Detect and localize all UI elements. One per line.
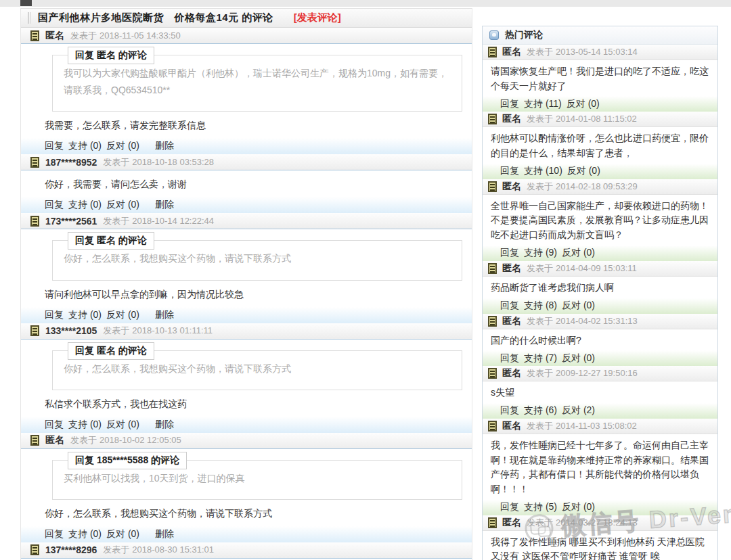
document-avatar-icon [488,421,497,431]
reply-link[interactable]: 回复 [45,419,64,431]
comment-text: 我得了发作性睡病 哪里买不到利他林药 天津总医院又没有 这医保不管咋呀好痛苦 谁… [491,535,709,560]
page-body: 国产利他林片多地医院断货 价格每盒14元 的评论 [发表评论] 匿名 发表于20… [0,7,731,560]
reply-link[interactable]: 回复 [500,165,519,177]
reply-link[interactable]: 回复 [45,309,64,321]
comment-text: 请问利他林可以早点拿的到嘛，因为情况比较急 [45,287,462,302]
reply-link[interactable]: 回复 [45,199,64,211]
comment-timestamp: 发表于2014-04-02 15:31:13 [527,315,638,327]
oppose-link[interactable]: 反对 (2) [562,404,595,417]
reply-quote-text: 你好，怎么联系，我想购买这个药物，请说下联系方式 [64,250,451,267]
reply-quote: 回复 匿名 的评论 你好，怎么联系，我想购买这个药物，请说下联系方式 [52,350,462,390]
document-avatar-icon [488,263,497,274]
reply-quote: 回复 匿名 的评论 我可以为大家代购盐酸哌甲酯片（利他林），瑞士诺华公司生产，规… [52,55,462,112]
comment-author: 匿名 [502,113,521,125]
comment-item: 187****8952 发表于2018-10-18 03:53:28 你好，我需… [21,154,472,213]
hot-comment-item: 匿名 发表于2014-04-02 15:31:13 国产的什么时候出啊? 回复 … [483,314,717,367]
reply-quote-label: 回复 匿名 的评论 [68,342,154,360]
oppose-link[interactable]: 反对 (0) [106,528,139,540]
delete-link[interactable]: 删除 [155,199,174,211]
comment-author: 匿名 [502,262,521,275]
comment-text: s失望 [491,386,709,400]
support-link[interactable]: 支持 (0) [68,419,102,431]
top-strip [0,0,731,7]
reply-link[interactable]: 回复 [45,140,64,152]
support-link[interactable]: 支持 (5) [524,501,557,513]
comment-author: 匿名 [502,420,521,432]
oppose-link[interactable]: 反对 (0) [106,199,139,211]
comment-header: 匿名 发表于2014-04-09 15:03:11 [483,261,717,277]
comment-text: 全世界唯一自己国家能生产，却要依赖进口的药物！不是要提高国民素质，发展教育吗？让… [491,199,709,243]
comment-action-bar: 回复 支持 (0) 反对 (0) 删除 [21,307,472,323]
comment-header: 匿名 发表于2014-02-18 09:53:29 [483,179,717,195]
comment-author: 匿名 [45,434,64,446]
comment-header: 匿名 发表于2014-04-02 15:31:13 [483,314,717,329]
oppose-link[interactable]: 反对 (0) [562,352,595,365]
reply-link[interactable]: 回复 [500,300,519,312]
comment-timestamp: 发表于2018-10-13 01:11:11 [103,325,213,337]
hot-comment-item: 匿名 发表于2009-12-27 19:50:16 s失望 回复 支持 (6) … [483,366,717,419]
comment-header: 137****8296 发表于2018-08-30 15:31:01 [21,542,472,559]
comment-action-bar: 回复 支持 (7) 反对 (0) [483,350,717,366]
comment-author: 137****8296 [45,544,97,555]
oppose-link[interactable]: 反对 (0) [567,165,600,177]
reply-link[interactable]: 回复 [500,501,519,513]
comment-header: 匿名 发表于2018-11-05 14:33:50 [21,28,472,44]
support-link[interactable]: 支持 (11) [524,98,562,110]
support-link[interactable]: 支持 (0) [68,199,102,211]
support-link[interactable]: 支持 (9) [524,247,557,259]
comment-header: 匿名 发表于2014-03-27 18:24:13 [483,515,717,531]
comment-header: 187****8952 发表于2018-10-18 03:53:28 [21,154,472,170]
hot-comment-item: 匿名 发表于2014-04-09 15:03:11 药品断货了谁考虑我们病人啊 … [483,261,717,314]
delete-link[interactable]: 删除 [155,309,174,321]
delete-link[interactable]: 删除 [155,419,174,431]
comment-timestamp: 发表于2014-11-03 15:08:02 [527,420,637,432]
reply-link[interactable]: 回复 [500,352,519,365]
comment-action-bar: 回复 支持 (0) 反对 (0) 删除 [21,417,472,433]
oppose-link[interactable]: 反对 (0) [562,501,595,513]
oppose-link[interactable]: 反对 (0) [562,247,595,259]
support-link[interactable]: 支持 (0) [68,528,102,540]
support-link[interactable]: 支持 (0) [68,140,102,152]
comment-author: 匿名 [502,315,521,327]
comment-header: 匿名 发表于2009-12-27 19:50:16 [483,366,717,381]
comment-action-bar: 回复 支持 (5) 反对 (0) [483,500,717,515]
oppose-link[interactable]: 反对 (0) [106,419,139,431]
reply-link[interactable]: 回复 [45,528,64,540]
comment-action-bar: 回复 支持 (11) 反对 (0) [483,96,717,112]
comment-timestamp: 发表于2013-05-14 15:03:14 [527,46,638,58]
comment-timestamp: 发表于2014-04-09 15:03:11 [527,262,637,275]
delete-link[interactable]: 删除 [155,140,174,152]
post-comment-link[interactable]: [发表评论] [294,11,341,24]
reply-link[interactable]: 回复 [500,404,519,417]
oppose-link[interactable]: 反对 (0) [106,309,139,321]
document-avatar-icon [488,114,497,124]
comment-author: 187****8952 [45,157,97,168]
comment-timestamp: 发表于2018-10-14 12:22:44 [103,215,214,227]
support-link[interactable]: 支持 (6) [524,404,557,417]
delete-link[interactable]: 删除 [155,528,174,540]
reply-link[interactable]: 回复 [500,98,519,110]
reply-link[interactable]: 回复 [500,247,519,259]
comment-action-bar: 回复 支持 (0) 反对 (0) 删除 [21,138,472,154]
oppose-link[interactable]: 反对 (0) [562,300,595,312]
document-avatar-icon [30,157,39,168]
panel-title-bar: 国产利他林片多地医院断货 价格每盒14元 的评论 [发表评论] [21,8,472,28]
support-link[interactable]: 支持 (8) [524,300,557,312]
oppose-link[interactable]: 反对 (0) [106,140,139,152]
support-link[interactable]: 支持 (7) [524,352,557,365]
comment-item: 匿名 发表于2018-10-02 12:05:05 回复 185****5588… [21,433,472,542]
comment-text: 你好，怎么联系，我想购买这个药物，请说下联系方式 [45,507,462,521]
support-link[interactable]: 支持 (0) [68,309,102,321]
comment-text: 药品断货了谁考虑我们病人啊 [491,281,709,296]
oppose-link[interactable]: 反对 (0) [567,98,600,110]
comment-timestamp: 发表于2014-01-08 11:15:02 [527,113,637,125]
comment-text: 利他林可以酌情涨价呀，怎么也比进口药便宜，限价的目的是什么，结果却害了患者， [491,131,709,160]
comment-text: 请国家恢复生产吧！我们是进口的吃了不适应，吃这个每天一片就好了 [491,64,709,93]
comment-timestamp: 发表于2014-03-27 18:24:13 [527,517,638,529]
comment-author: 匿名 [45,30,64,42]
support-link[interactable]: 支持 (10) [524,165,562,177]
comment-timestamp: 发表于2014-02-18 09:53:29 [527,181,638,193]
comment-header: 133****2105 发表于2018-10-13 01:11:11 [21,323,472,340]
comment-item: 137****8296 发表于2018-08-30 15:31:01 回复 15… [21,542,472,560]
document-avatar-icon [488,368,497,379]
